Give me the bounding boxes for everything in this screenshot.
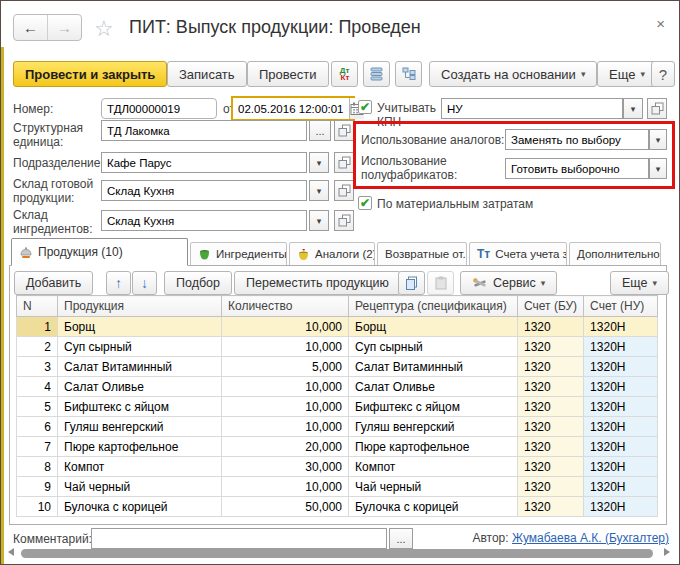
cell-qty[interactable]: 20,000 <box>222 437 349 457</box>
post-button[interactable]: Провести <box>247 61 329 87</box>
cell-nu[interactable]: 1320Н <box>584 457 658 477</box>
cell-bu[interactable]: 1320 <box>518 457 584 477</box>
cell-n[interactable]: 8 <box>17 457 58 477</box>
add-row-button[interactable]: Добавить <box>14 271 93 295</box>
cell-qty[interactable]: 10,000 <box>222 477 349 497</box>
tab-accounts[interactable]: Тт Счета учета за... <box>469 242 567 266</box>
fg-warehouse-open-button[interactable] <box>334 180 354 201</box>
table-row[interactable]: 8Компот30,000Компот13201320Н <box>17 457 658 477</box>
cell-product[interactable]: Пюре картофельное <box>58 437 222 457</box>
cell-n[interactable]: 3 <box>17 357 58 377</box>
help-button[interactable]: ? <box>651 61 675 87</box>
table-row[interactable]: 3Салат Витаминный5,000Салат Витаминный13… <box>17 357 658 377</box>
cell-recipe[interactable]: Салат Оливье <box>349 377 518 397</box>
cell-nu[interactable]: 1320Н <box>584 477 658 497</box>
cell-product[interactable]: Гуляш венгерский <box>58 417 222 437</box>
cell-qty[interactable]: 5,000 <box>222 357 349 377</box>
cell-recipe[interactable]: Пюре картофельное <box>349 437 518 457</box>
create-based-on-button[interactable]: Создать на основании ▾ <box>429 61 597 87</box>
cell-recipe[interactable]: Компот <box>349 457 518 477</box>
kpn-open-button[interactable] <box>647 98 667 119</box>
cell-bu[interactable]: 1320 <box>518 417 584 437</box>
cell-qty[interactable]: 10,000 <box>222 317 349 337</box>
cell-recipe[interactable]: Гуляш венгерский <box>349 417 518 437</box>
division-dropdown-button[interactable]: ▾ <box>309 152 329 173</box>
analogs-usage-field[interactable]: Заменять по выбору <box>505 129 649 150</box>
cell-nu[interactable]: 1320Н <box>584 497 658 517</box>
cell-nu[interactable]: 1320Н <box>584 377 658 397</box>
ing-warehouse-field[interactable]: Склад Кухня <box>101 210 307 231</box>
cell-qty[interactable]: 10,000 <box>222 337 349 357</box>
cell-qty[interactable]: 50,000 <box>222 497 349 517</box>
division-open-button[interactable] <box>334 152 354 173</box>
comment-expand-button[interactable]: ... <box>389 528 413 549</box>
cell-product[interactable]: Салат Витаминный <box>58 357 222 377</box>
cell-recipe[interactable]: Булочка с корицей <box>349 497 518 517</box>
cell-recipe[interactable]: Суп сырный <box>349 337 518 357</box>
cell-product[interactable]: Компот <box>58 457 222 477</box>
save-button[interactable]: Записать <box>167 61 247 87</box>
hierarchy-button[interactable] <box>395 61 422 87</box>
structural-unit-field[interactable]: ТД Лакомка <box>101 120 307 141</box>
cell-recipe[interactable]: Бифштекс с яйцом <box>349 397 518 417</box>
column-header-account-nu[interactable]: Счет (НУ) <box>584 296 658 317</box>
cell-bu[interactable]: 1320 <box>518 397 584 417</box>
table-row[interactable]: 5Бифштекс с яйцом10,000Бифштекс с яйцом1… <box>17 397 658 417</box>
cell-recipe[interactable]: Салат Витаминный <box>349 357 518 377</box>
cell-n[interactable]: 9 <box>17 477 58 497</box>
cell-bu[interactable]: 1320 <box>518 337 584 357</box>
cell-product[interactable]: Булочка с корицей <box>58 497 222 517</box>
table-row[interactable]: 1Борщ10,000Борщ13201320Н <box>17 317 658 337</box>
tab-returnable-waste[interactable]: Возвратные от... <box>377 242 467 266</box>
column-header-account-bu[interactable]: Счет (БУ) <box>518 296 584 317</box>
semifinished-usage-field[interactable]: Готовить выборочно <box>505 158 649 179</box>
horizontal-scrollbar[interactable] <box>21 549 653 558</box>
table-row[interactable]: 6Гуляш венгерский10,000Гуляш венгерский1… <box>17 417 658 437</box>
cell-product[interactable]: Салат Оливье <box>58 377 222 397</box>
favorite-star-icon[interactable]: ☆ <box>94 16 114 42</box>
cell-qty[interactable]: 30,000 <box>222 457 349 477</box>
table-more-button[interactable]: Еще ▾ <box>610 271 669 295</box>
fg-warehouse-field[interactable]: Склад Кухня <box>101 180 307 201</box>
tab-additional[interactable]: Дополнительно <box>569 242 661 266</box>
pick-button[interactable]: Подбор <box>164 271 232 295</box>
division-field[interactable]: Кафе Парус <box>101 152 307 173</box>
tab-ingredients[interactable]: Ингредиенты (... <box>190 242 287 266</box>
cell-product[interactable]: Чай черный <box>58 477 222 497</box>
analogs-usage-dropdown-button[interactable]: ▾ <box>649 129 667 150</box>
column-header-product[interactable]: Продукция <box>58 296 222 317</box>
cell-nu[interactable]: 1320Н <box>584 317 658 337</box>
copy-button[interactable] <box>398 271 425 295</box>
comment-input[interactable] <box>91 528 387 549</box>
forward-button[interactable]: → <box>47 15 81 40</box>
number-field[interactable]: ТДЛ00000019 <box>101 98 217 119</box>
cell-n[interactable]: 6 <box>17 417 58 437</box>
structural-unit-open-button[interactable] <box>334 120 354 141</box>
report-structure-button[interactable] <box>363 61 390 87</box>
cell-recipe[interactable]: Борщ <box>349 317 518 337</box>
move-products-button[interactable]: Переместить продукцию <box>234 271 401 295</box>
author-link[interactable]: Жумабаева А.К. (Бухгалтер) <box>512 531 669 545</box>
fg-warehouse-dropdown-button[interactable]: ▾ <box>309 180 329 201</box>
column-header-n[interactable]: N <box>17 296 58 317</box>
tab-analogs[interactable]: Аналоги (2) <box>289 242 375 266</box>
table-row[interactable]: 2Суп сырный10,000Суп сырный13201320Н <box>17 337 658 357</box>
structural-unit-select-button[interactable]: ... <box>309 120 331 141</box>
cell-qty[interactable]: 10,000 <box>222 397 349 417</box>
material-costs-checkbox[interactable]: ✔ <box>358 196 372 210</box>
kpn-dropdown-button[interactable]: ▾ <box>623 98 643 119</box>
ing-warehouse-open-button[interactable] <box>334 210 354 231</box>
close-icon[interactable]: × <box>656 15 665 32</box>
kpn-checkbox[interactable]: ✔ <box>358 100 372 114</box>
cell-qty[interactable]: 10,000 <box>222 417 349 437</box>
cell-bu[interactable]: 1320 <box>518 317 584 337</box>
dtkt-postings-button[interactable]: ДтКт <box>331 61 358 87</box>
scroll-left-icon[interactable] <box>8 548 14 556</box>
service-button[interactable]: Сервис ▾ <box>460 271 557 295</box>
back-button[interactable]: ← <box>14 15 47 40</box>
cell-product[interactable]: Борщ <box>58 317 222 337</box>
cell-nu[interactable]: 1320Н <box>584 337 658 357</box>
cell-n[interactable]: 2 <box>17 337 58 357</box>
column-header-recipe[interactable]: Рецептура (спецификация) <box>349 296 518 317</box>
material-costs-label[interactable]: По материальным затратам <box>377 197 533 211</box>
